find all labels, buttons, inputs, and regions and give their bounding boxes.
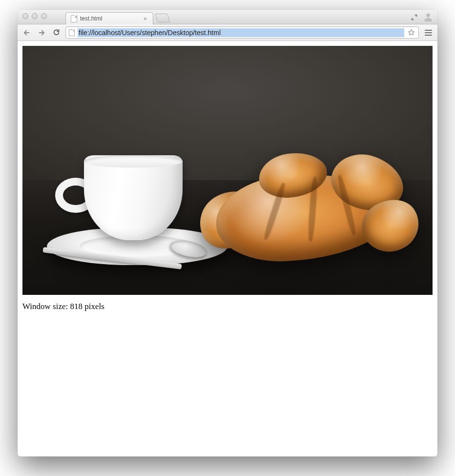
browser-tab[interactable]: test.html × bbox=[65, 12, 153, 24]
menu-icon-bar bbox=[425, 32, 432, 33]
menu-button[interactable] bbox=[423, 27, 434, 38]
titlebar-right-controls bbox=[411, 12, 434, 22]
new-tab-button[interactable] bbox=[155, 14, 170, 22]
tab-title: test.html bbox=[80, 15, 102, 22]
window-close-button[interactable] bbox=[22, 13, 28, 19]
bookmark-star-icon[interactable] bbox=[407, 28, 415, 37]
file-icon bbox=[71, 15, 77, 22]
window-controls bbox=[22, 13, 47, 19]
window-zoom-button[interactable] bbox=[41, 13, 47, 19]
window-size-caption: Window size: 818 pixels bbox=[22, 302, 433, 311]
profile-avatar-icon[interactable] bbox=[423, 12, 434, 22]
hero-image bbox=[22, 46, 433, 295]
toolbar: file://localhost/Users/stephen/Desktop/t… bbox=[18, 24, 437, 41]
image-croissant bbox=[199, 143, 412, 272]
address-bar[interactable]: file://localhost/Users/stephen/Desktop/t… bbox=[65, 26, 419, 39]
menu-icon-bar bbox=[425, 35, 432, 36]
svg-point-0 bbox=[426, 13, 430, 17]
url-text[interactable]: file://localhost/Users/stephen/Desktop/t… bbox=[78, 28, 404, 37]
back-button[interactable] bbox=[21, 27, 32, 38]
titlebar: test.html × bbox=[18, 10, 437, 24]
page-icon bbox=[69, 29, 75, 36]
window-minimize-button[interactable] bbox=[32, 13, 38, 19]
browser-window: test.html × bbox=[18, 10, 437, 456]
page-content: Window size: 818 pixels bbox=[18, 41, 437, 456]
tab-close-button[interactable]: × bbox=[143, 16, 147, 22]
forward-button[interactable] bbox=[36, 27, 47, 38]
fullscreen-icon[interactable] bbox=[411, 14, 418, 21]
menu-icon-bar bbox=[425, 30, 432, 31]
reload-button[interactable] bbox=[51, 27, 62, 38]
tab-strip: test.html × bbox=[65, 10, 169, 24]
